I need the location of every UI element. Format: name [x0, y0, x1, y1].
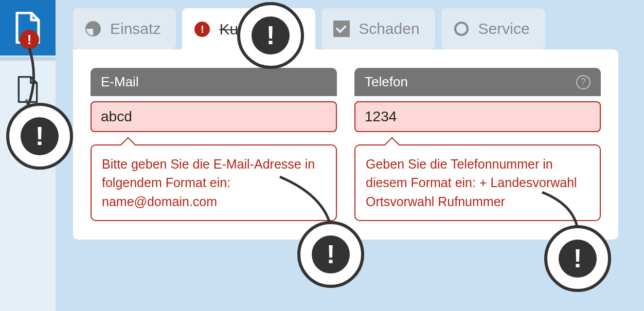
circle-icon [453, 20, 470, 38]
email-input[interactable] [91, 101, 337, 132]
warning-icon: ! [193, 21, 211, 38]
check-icon [333, 20, 350, 38]
tab-label: Einsatz [110, 20, 160, 38]
error-message: Geben Sie die Telefonnummer in diesem Fo… [354, 144, 601, 221]
sidebar-separator [0, 57, 56, 61]
annotation-callout: ! [6, 103, 73, 170]
warning-badge-icon: ! [20, 30, 39, 49]
tab-label: Service [478, 20, 530, 38]
exclamation-icon: ! [559, 240, 597, 278]
tab-schaden[interactable]: Schaden [321, 8, 435, 49]
field-label: Telefon [365, 74, 408, 90]
error-message: Bitte geben Sie die E-Mail-Adresse in fo… [91, 144, 337, 221]
document-icon: 1 [17, 76, 39, 103]
pie-icon [84, 20, 102, 38]
tab-einsatz[interactable]: Einsatz [73, 8, 176, 49]
annotation-callout: ! [297, 221, 364, 288]
annotation-callout: ! [544, 225, 611, 292]
field-header: Telefon ? [354, 68, 601, 96]
help-icon[interactable]: ? [576, 75, 591, 89]
annotation-callout: ! [237, 2, 304, 69]
exclamation-icon: ! [252, 16, 290, 54]
exclamation-icon: ! [312, 235, 350, 273]
sidebar-item-active-document[interactable]: ! [0, 0, 56, 56]
form-panel: E-Mail Bitte geben Sie die E-Mail-Adress… [73, 49, 618, 240]
field-email: E-Mail Bitte geben Sie die E-Mail-Adress… [91, 68, 337, 221]
tab-service[interactable]: Service [441, 8, 545, 49]
field-header: E-Mail [91, 68, 337, 96]
exclamation-icon: ! [21, 117, 59, 155]
field-phone: Telefon ? Geben Sie die Telefonnummer in… [354, 68, 601, 221]
tab-label: Schaden [359, 20, 419, 38]
phone-input[interactable] [354, 101, 601, 132]
field-label: E-Mail [101, 74, 139, 90]
